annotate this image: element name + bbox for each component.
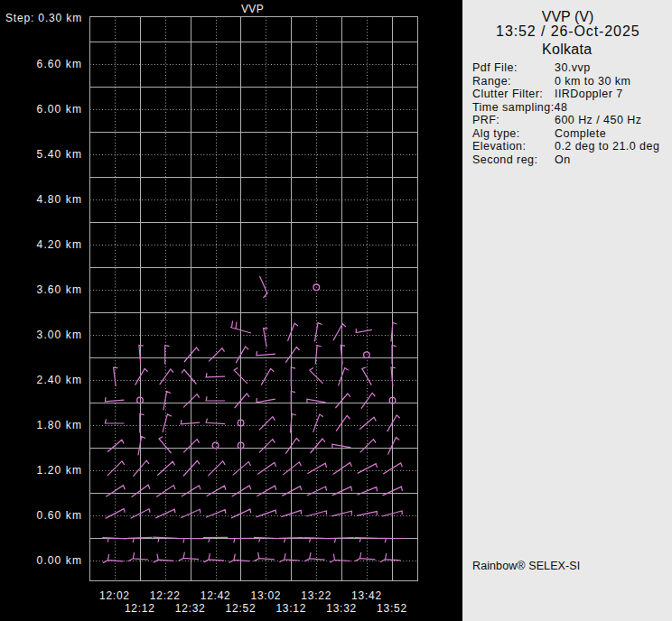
- svg-text:13:32: 13:32: [326, 602, 357, 615]
- svg-text:1.20 km: 1.20 km: [37, 464, 82, 477]
- svg-text:Kolkata: Kolkata: [542, 42, 592, 57]
- svg-text:On: On: [555, 153, 571, 166]
- svg-text:PRF:: PRF:: [472, 114, 499, 126]
- svg-text:5.40 km: 5.40 km: [37, 148, 82, 161]
- svg-text:600 Hz / 450 Hz: 600 Hz / 450 Hz: [555, 114, 641, 126]
- svg-text:Step: 0.30 km: Step: 0.30 km: [5, 12, 82, 24]
- svg-text:12:42: 12:42: [201, 589, 231, 602]
- svg-text:6.00 km: 6.00 km: [37, 103, 82, 116]
- svg-text:48: 48: [555, 101, 568, 114]
- svg-text:Elevation:: Elevation:: [472, 140, 526, 153]
- svg-text:13:42: 13:42: [351, 589, 382, 602]
- svg-text:12:12: 12:12: [125, 602, 155, 615]
- svg-text:0 km to 30 km: 0 km to 30 km: [555, 75, 630, 88]
- svg-text:2.40 km: 2.40 km: [37, 374, 82, 386]
- svg-text:30.vvp: 30.vvp: [555, 61, 591, 74]
- svg-text:1.80 km: 1.80 km: [37, 419, 82, 431]
- svg-text:0.00 km: 0.00 km: [37, 554, 82, 567]
- svg-text:13:52 / 26-Oct-2025: 13:52 / 26-Oct-2025: [496, 23, 639, 39]
- svg-text:0.2 deg to 21.0 deg: 0.2 deg to 21.0 deg: [555, 140, 659, 153]
- svg-text:Pdf File:: Pdf File:: [472, 61, 518, 74]
- svg-text:13:12: 13:12: [275, 602, 306, 615]
- svg-text:Range:: Range:: [472, 75, 511, 88]
- svg-text:12:32: 12:32: [175, 602, 206, 615]
- svg-text:Complete: Complete: [555, 127, 606, 140]
- svg-text:0.60 km: 0.60 km: [37, 509, 82, 522]
- svg-text:VVP (V): VVP (V): [542, 9, 594, 24]
- svg-text:3.60 km: 3.60 km: [37, 283, 82, 296]
- svg-text:3.00 km: 3.00 km: [37, 329, 82, 341]
- svg-text:4.80 km: 4.80 km: [37, 193, 82, 206]
- svg-text:VVP: VVP: [241, 3, 264, 15]
- svg-text:IIRDoppler 7: IIRDoppler 7: [555, 88, 623, 100]
- svg-text:13:52: 13:52: [377, 602, 407, 615]
- svg-text:13:02: 13:02: [251, 589, 282, 602]
- svg-text:6.60 km: 6.60 km: [37, 58, 82, 70]
- svg-text:Rainbow® SELEX-SI: Rainbow® SELEX-SI: [472, 560, 580, 572]
- svg-text:Second reg:: Second reg:: [472, 153, 537, 166]
- svg-text:12:22: 12:22: [150, 589, 181, 602]
- svg-text:Alg type:: Alg type:: [472, 127, 520, 140]
- svg-text:Clutter Filter:: Clutter Filter:: [472, 88, 543, 100]
- svg-text:12:52: 12:52: [226, 602, 257, 615]
- svg-text:12:02: 12:02: [99, 589, 130, 602]
- svg-text:13:22: 13:22: [301, 589, 331, 602]
- svg-text:4.20 km: 4.20 km: [37, 238, 82, 251]
- svg-text:Time sampling:: Time sampling:: [472, 101, 555, 114]
